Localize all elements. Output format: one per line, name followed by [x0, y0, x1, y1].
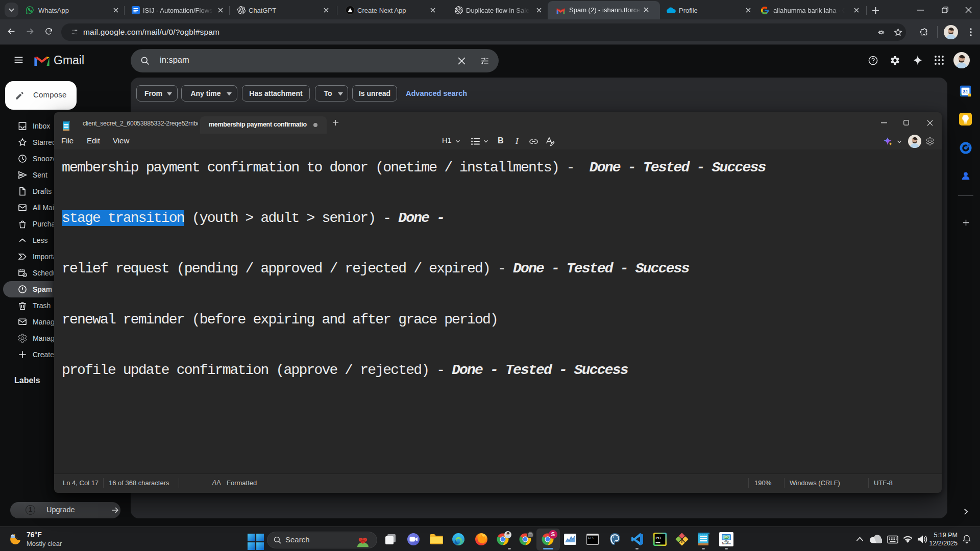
svg-text:PC: PC	[656, 536, 662, 540]
svg-text:GO!: GO!	[724, 536, 729, 539]
svg-text:31: 31	[963, 89, 968, 94]
svg-text:C:\_: C:\_	[588, 536, 596, 540]
